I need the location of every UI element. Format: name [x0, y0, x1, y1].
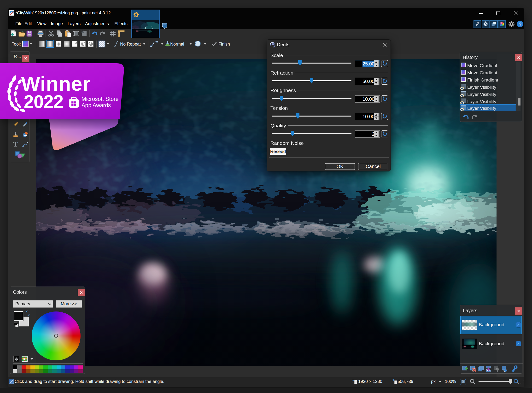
svg-text:Microsoft Store: Microsoft Store — [82, 96, 119, 102]
svg-text:App Awards: App Awards — [82, 102, 111, 108]
svg-text:2022: 2022 — [24, 91, 63, 112]
